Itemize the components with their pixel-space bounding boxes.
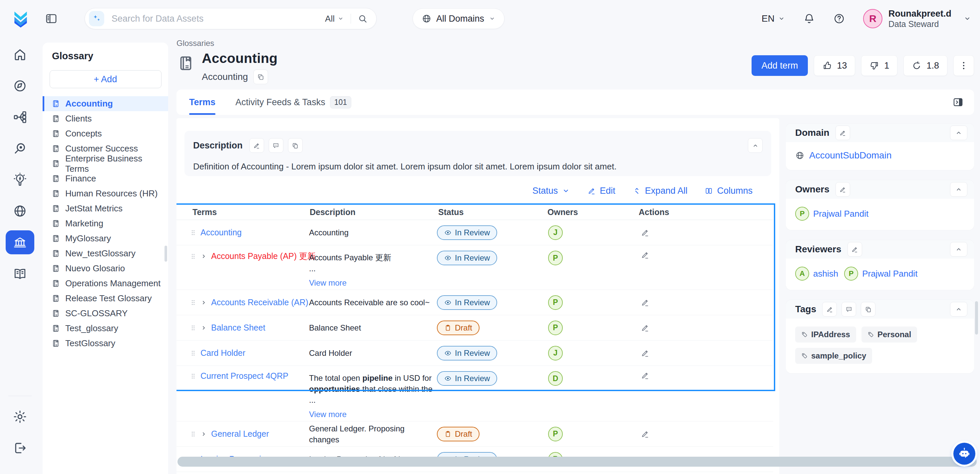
vertical-scrollbar[interactable] <box>975 301 978 334</box>
sidebar-toggle-button[interactable] <box>45 12 58 25</box>
upvote-button[interactable]: 13 <box>814 55 855 76</box>
comment-description-button[interactable] <box>269 138 283 153</box>
view-more-link[interactable]: View more <box>309 409 347 420</box>
expand-row-button[interactable] <box>200 253 207 259</box>
more-options-button[interactable] <box>953 55 974 76</box>
glossary-list-item[interactable]: MyGlossary <box>43 231 168 246</box>
rail-item-insights[interactable] <box>6 168 34 192</box>
add-glossary-button[interactable]: + Add <box>49 70 162 88</box>
language-selector[interactable]: EN <box>762 13 785 24</box>
glossary-list-item[interactable]: Accounting <box>43 96 168 111</box>
glossary-list-item[interactable]: Enterprise Business Terms <box>43 156 168 171</box>
rail-item-domains[interactable] <box>6 199 34 223</box>
rail-item-home[interactable] <box>6 43 34 67</box>
term-link[interactable]: Card Holder <box>200 348 245 358</box>
expand-row-button[interactable] <box>200 299 207 306</box>
copy-description-button[interactable] <box>288 138 303 153</box>
edit-reviewers-button[interactable] <box>848 242 862 257</box>
glossary-list-item[interactable]: SC-GLOSSARY <box>43 306 168 321</box>
comment-tags-button[interactable] <box>842 302 856 317</box>
edit-term-button[interactable] <box>641 298 649 307</box>
glossary-list-item[interactable]: Marketing <box>43 216 168 231</box>
notifications-button[interactable] <box>803 13 815 25</box>
downvote-button[interactable]: 1 <box>861 55 897 76</box>
status-badge[interactable]: In Review <box>437 251 497 265</box>
global-search-bar[interactable]: All <box>84 8 377 29</box>
drag-handle-icon[interactable] <box>190 350 196 356</box>
person-link[interactable]: A ashish <box>795 267 838 281</box>
term-link[interactable]: Current Prospect 4QRP <box>200 371 288 381</box>
term-link[interactable]: Accounts Receivable (AR) <box>211 297 309 307</box>
term-link[interactable]: Accounts Payable (AP) 更新 <box>211 251 316 262</box>
edit-domain-button[interactable] <box>835 126 850 140</box>
rail-item-logout[interactable] <box>6 436 34 460</box>
status-badge[interactable]: In Review <box>437 346 497 361</box>
drag-handle-icon[interactable] <box>190 431 196 437</box>
search-submit-button[interactable] <box>358 14 368 24</box>
glossary-list-item[interactable]: Concepts <box>43 126 168 141</box>
edit-term-button[interactable] <box>641 251 649 259</box>
collapse-tags-button[interactable] <box>950 302 967 317</box>
edit-term-button[interactable] <box>641 323 649 332</box>
user-menu[interactable]: R Rounakpreet.d Data Steward <box>863 8 971 29</box>
view-more-link[interactable]: View more <box>309 277 347 288</box>
tag-chip[interactable]: IPAddress <box>795 326 856 342</box>
collapse-side-panel-button[interactable] <box>952 96 964 108</box>
rail-item-explore[interactable] <box>6 74 34 98</box>
status-badge[interactable]: Draft <box>437 427 479 441</box>
tag-chip[interactable]: Personal <box>861 326 917 342</box>
expand-row-button[interactable] <box>200 324 207 331</box>
edit-term-button[interactable] <box>641 349 649 358</box>
collapse-owners-button[interactable] <box>950 182 967 197</box>
glossary-list-item[interactable]: Human Resources (HR) <box>43 186 168 201</box>
expand-all-button[interactable]: Expand All <box>633 186 687 196</box>
horizontal-scrollbar[interactable] <box>178 457 977 467</box>
glossary-list-item[interactable]: Release Test Glossary <box>43 291 168 306</box>
expand-row-button[interactable] <box>200 431 207 437</box>
glossary-list-item[interactable]: Operations Management <box>43 276 168 291</box>
tab-activity-feeds-tasks[interactable]: Activity Feeds & Tasks 101 <box>235 89 351 115</box>
rail-item-glossary[interactable] <box>6 231 34 254</box>
glossary-list-item[interactable]: Test_glossary <box>43 321 168 336</box>
copy-name-button[interactable] <box>253 70 268 84</box>
glossary-list-scrollbar[interactable] <box>164 246 167 262</box>
search-scope-dropdown[interactable]: All <box>325 14 344 24</box>
tab-terms[interactable]: Terms <box>189 89 215 115</box>
glossary-list-item[interactable]: Clients <box>43 111 168 126</box>
person-link[interactable]: P Prajwal Pandit <box>795 207 869 221</box>
rail-item-knowledge-center[interactable] <box>6 262 34 286</box>
copy-tags-button[interactable] <box>861 302 875 317</box>
ai-sparkle-icon[interactable] <box>89 11 104 26</box>
breadcrumb[interactable]: Glossaries <box>177 39 214 48</box>
person-link[interactable]: P Prajwal Pandit <box>844 267 917 281</box>
edit-owners-button[interactable] <box>835 182 850 197</box>
status-badge[interactable]: In Review <box>437 225 497 240</box>
domains-selector-button[interactable]: All Domains <box>412 8 504 29</box>
glossary-list-item[interactable]: TestGlossary <box>43 336 168 351</box>
tag-chip[interactable]: sample_policy <box>795 348 872 364</box>
search-input[interactable] <box>111 14 325 24</box>
collapse-reviewers-button[interactable] <box>950 242 967 257</box>
status-filter-dropdown[interactable]: Status <box>533 186 570 196</box>
edit-table-button[interactable]: Edit <box>587 186 616 196</box>
add-term-button[interactable]: Add term <box>752 55 808 76</box>
glossary-list-item[interactable]: Nuevo Glosario <box>43 261 168 276</box>
edit-description-button[interactable] <box>250 138 264 153</box>
edit-tags-button[interactable] <box>822 302 837 317</box>
status-badge[interactable]: In Review <box>437 371 497 386</box>
edit-term-button[interactable] <box>641 371 649 380</box>
glossary-list-item[interactable]: New_testGlossary <box>43 246 168 261</box>
collapse-description-button[interactable] <box>748 138 762 153</box>
rail-item-lineage[interactable] <box>6 105 34 129</box>
drag-handle-icon[interactable] <box>190 229 196 236</box>
app-logo[interactable] <box>10 8 31 29</box>
drag-handle-icon[interactable] <box>190 373 196 380</box>
drag-handle-icon[interactable] <box>190 253 196 259</box>
help-button[interactable] <box>833 13 845 25</box>
chat-assistant-button[interactable] <box>953 443 975 465</box>
status-badge[interactable]: In Review <box>437 295 497 310</box>
edit-term-button[interactable] <box>641 430 649 438</box>
domain-value-link[interactable]: AccountSubDomain <box>795 150 891 161</box>
term-link[interactable]: Balance Sheet <box>211 323 266 332</box>
columns-button[interactable]: Columns <box>705 186 752 196</box>
